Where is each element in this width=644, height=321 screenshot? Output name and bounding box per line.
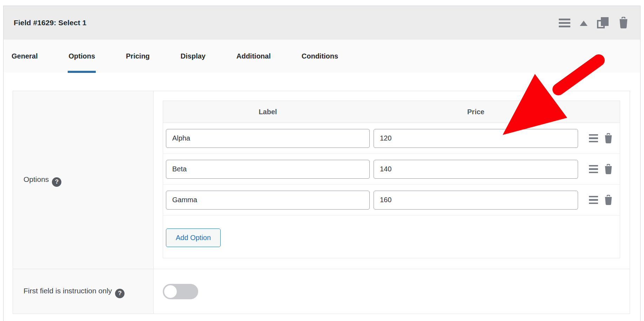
instruction-toggle[interactable] xyxy=(163,284,198,299)
option-price-input[interactable] xyxy=(374,129,578,148)
delete-option-icon[interactable] xyxy=(604,133,613,144)
instruction-label: First field is instruction only? xyxy=(24,285,125,298)
options-settings-table: Options? Label Price xyxy=(13,91,630,314)
tab-options[interactable]: Options xyxy=(68,40,95,73)
option-row xyxy=(163,154,620,185)
instruction-content-cell xyxy=(154,269,630,314)
option-row xyxy=(163,123,620,154)
menu-icon[interactable] xyxy=(559,19,570,27)
panel-title: Field #1629: Select 1 xyxy=(14,19,87,27)
instruction-help-icon[interactable]: ? xyxy=(115,289,125,298)
options-setting-row: Options? Label Price xyxy=(13,91,630,269)
column-header-label: Label xyxy=(166,108,370,116)
drag-handle-icon[interactable] xyxy=(589,165,598,173)
panel-header-actions xyxy=(559,17,629,29)
panel-header: Field #1629: Select 1 xyxy=(4,6,640,40)
options-content-cell: Label Price xyxy=(154,91,630,269)
tab-pricing[interactable]: Pricing xyxy=(126,40,150,73)
tab-conditions[interactable]: Conditions xyxy=(302,40,338,73)
option-label-input[interactable] xyxy=(166,129,370,148)
options-label-cell: Options? xyxy=(13,91,154,269)
drag-handle-icon[interactable] xyxy=(589,196,598,204)
instruction-label-cell: First field is instruction only? xyxy=(13,269,154,314)
options-table: Label Price xyxy=(163,101,620,258)
delete-field-icon[interactable] xyxy=(618,17,629,29)
option-label-input[interactable] xyxy=(166,191,370,210)
option-row xyxy=(163,185,620,216)
add-option-button[interactable]: Add Option xyxy=(166,228,221,247)
option-price-input[interactable] xyxy=(374,160,578,179)
option-price-input[interactable] xyxy=(374,191,578,210)
duplicate-icon[interactable] xyxy=(597,17,609,28)
options-help-icon[interactable]: ? xyxy=(52,177,61,187)
toggle-knob xyxy=(164,285,177,298)
delete-option-icon[interactable] xyxy=(604,164,613,175)
options-label: Options? xyxy=(24,173,61,186)
field-settings-panel: Field #1629: Select 1 General Options Pr… xyxy=(3,6,640,321)
tab-general[interactable]: General xyxy=(12,40,38,73)
settings-tabs: General Options Pricing Display Addition… xyxy=(4,40,640,73)
instruction-setting-row: First field is instruction only? xyxy=(13,269,630,314)
collapse-icon[interactable] xyxy=(580,20,588,26)
tab-display[interactable]: Display xyxy=(181,40,206,73)
column-header-price: Price xyxy=(374,108,578,116)
options-table-header: Label Price xyxy=(163,101,620,123)
tab-additional[interactable]: Additional xyxy=(236,40,271,73)
option-label-input[interactable] xyxy=(166,160,370,179)
drag-handle-icon[interactable] xyxy=(589,134,598,143)
delete-option-icon[interactable] xyxy=(604,195,613,205)
